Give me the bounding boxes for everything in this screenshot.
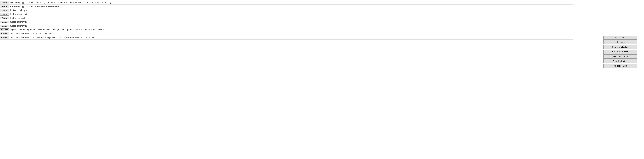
item-description-5: Bypass fingerprint 1	[10, 20, 28, 24]
enable-button-2[interactable]: Enable	[0, 9, 9, 12]
execute-button-8[interactable]: Execute	[0, 32, 9, 35]
item-description-4: Hook crypto stuff	[10, 16, 25, 20]
compile-and-spawn-button[interactable]: Compile & Spawn	[604, 50, 637, 54]
enable-button-0[interactable]: Enable	[0, 1, 9, 4]
item-description-7: Bypass fingerprint 2 (Enable the corresp…	[10, 28, 104, 31]
enable-button-3[interactable]: Enable	[0, 13, 9, 16]
execute-button-7[interactable]: Execute	[0, 28, 9, 31]
main-content: EnableSSL Pinning bypass with CA certifi…	[0, 0, 573, 40]
enable-button-6[interactable]: Enable	[0, 24, 9, 27]
sidebar: Start serverKill serverSpawn application…	[573, 34, 644, 68]
table-row: EnableHook crypto stuff	[0, 16, 573, 20]
table-row: EnableSSL Pinning bypass with CA certifi…	[0, 1, 573, 4]
start-server-button[interactable]: Start server	[604, 36, 637, 40]
enable-button-1[interactable]: Enable	[0, 5, 9, 8]
table-row: EnableBypass fingerprint 1	[0, 20, 573, 24]
item-description-0: SSL Pinning bypass with CA certificate, …	[10, 1, 111, 4]
item-description-6: Bypass fingerprint 2	[10, 24, 28, 28]
attach-application-button[interactable]: Attach application	[604, 54, 637, 58]
item-description-3: Hook keystore stuff	[10, 13, 27, 16]
item-description-9: Dump all aliases in keystore collected d…	[10, 36, 94, 39]
item-description-1: SSL Pinning bypass without CA certificat…	[10, 5, 59, 8]
table-row: ExecuteBypass fingerprint 2 (Enable the …	[0, 28, 573, 32]
table-row: EnableSSL Pinning bypass without CA cert…	[0, 4, 573, 8]
spawn-application-button[interactable]: Spawn application	[604, 45, 637, 49]
table-row: ExecuteDump all aliases in keystore coll…	[0, 36, 573, 40]
execute-button-9[interactable]: Execute	[0, 36, 9, 39]
compile-and-attach-button[interactable]: Compile & Attach	[604, 59, 637, 63]
item-description-8: Dump all aliases in keystore of predefin…	[10, 32, 53, 35]
kill-application-button[interactable]: Kill application	[604, 64, 637, 68]
table-row: EnableRooting check bypass	[0, 8, 573, 12]
item-description-2: Rooting check bypass	[10, 9, 29, 12]
kill-server-button[interactable]: Kill server	[604, 40, 637, 44]
enable-button-4[interactable]: Enable	[0, 17, 9, 20]
table-row: EnableHook keystore stuff	[0, 12, 573, 16]
table-row: ExecuteDump all aliases in keystore of p…	[0, 32, 573, 36]
enable-button-5[interactable]: Enable	[0, 21, 9, 23]
table-row: EnableBypass fingerprint 2	[0, 24, 573, 28]
